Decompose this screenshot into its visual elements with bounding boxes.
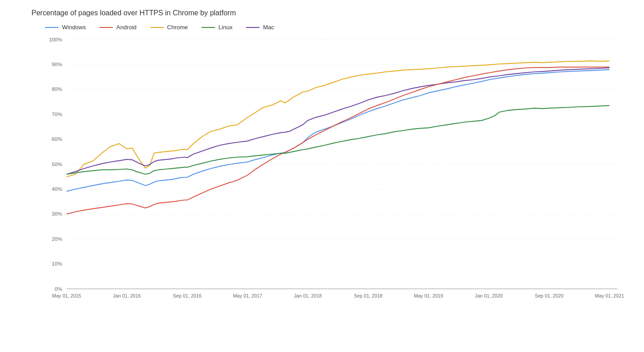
legend-line-android: [99, 27, 113, 28]
mac-line: [67, 68, 609, 174]
legend-line-windows: [45, 27, 58, 28]
x-label-4: Jan 01, 2018: [294, 293, 322, 298]
legend-label-linux: Linux: [219, 24, 233, 31]
android-line: [67, 67, 609, 214]
y-label-80: 80%: [52, 86, 62, 92]
main-chart-svg: 0% 10% 20% 30% 40% 50% 60% 70% 80% 90% 1…: [31, 35, 635, 315]
legend-item-mac: Mac: [246, 24, 274, 31]
x-label-9: May 01, 2021: [595, 293, 624, 298]
legend-item-windows: Windows: [45, 24, 86, 31]
legend-line-linux: [201, 27, 215, 28]
x-label-1: Jan 01, 2016: [113, 293, 141, 298]
legend-item-linux: Linux: [201, 24, 233, 31]
x-label-3: May 01, 2017: [233, 293, 262, 298]
legend-label-chrome: Chrome: [167, 24, 188, 31]
chrome-line: [67, 61, 609, 177]
y-label-50: 50%: [52, 161, 62, 167]
linux-line: [67, 105, 609, 174]
x-label-8: Sep 01, 2020: [535, 293, 564, 298]
x-label-0: May 01, 2015: [52, 293, 81, 298]
legend-line-mac: [246, 27, 259, 28]
legend-line-chrome: [150, 27, 164, 28]
y-label-40: 40%: [52, 186, 62, 192]
windows-line: [67, 70, 609, 191]
legend: Windows Android Chrome Linux Mac: [31, 24, 635, 31]
legend-item-android: Android: [99, 24, 137, 31]
x-label-2: Sep 01, 2016: [173, 293, 202, 298]
x-label-5: Sep 01, 2018: [354, 293, 383, 298]
y-label-90: 90%: [52, 61, 62, 67]
chart-title: Percentage of pages loaded over HTTPS in…: [31, 9, 635, 17]
y-label-100: 100%: [49, 36, 63, 42]
y-label-20: 20%: [52, 236, 62, 242]
y-label-30: 30%: [52, 211, 62, 217]
legend-label-mac: Mac: [263, 24, 274, 31]
legend-label-android: Android: [116, 24, 137, 31]
legend-label-windows: Windows: [62, 24, 86, 31]
x-label-6: May 01, 2019: [414, 293, 443, 298]
y-label-10: 10%: [52, 261, 62, 266]
legend-item-chrome: Chrome: [150, 24, 188, 31]
chart-container: Percentage of pages loaded over HTTPS in…: [0, 0, 644, 352]
y-label-70: 70%: [52, 111, 62, 117]
x-label-7: Jan 01, 2020: [475, 293, 503, 298]
y-label-0: 0%: [55, 286, 63, 292]
y-label-60: 60%: [52, 136, 62, 142]
